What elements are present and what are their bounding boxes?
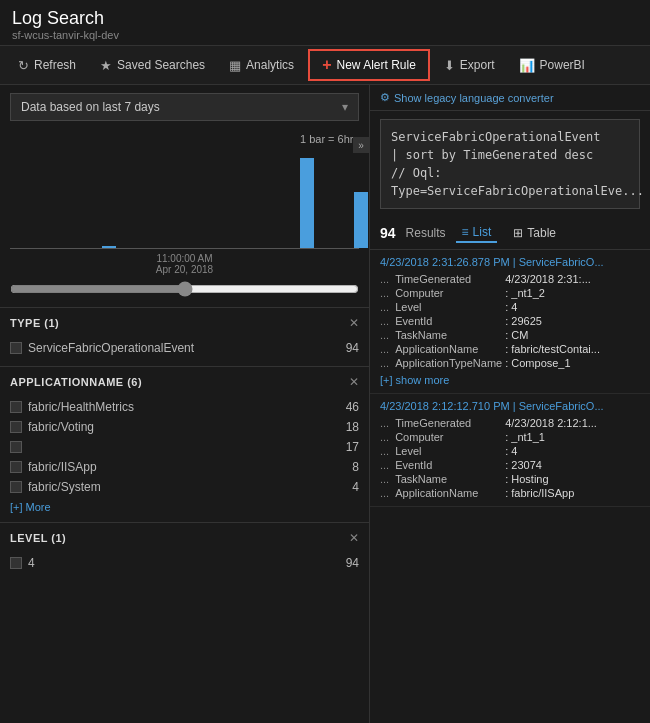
result-field: ... Level : 4 [380,300,640,314]
date-selector[interactable]: Data based on last 7 days ▾ [10,93,359,121]
show-more-link[interactable]: [+] show more [380,374,449,386]
result-field: ... Computer : _nt1_2 [380,286,640,300]
plus-icon: + [322,56,331,74]
powerbi-button[interactable]: 📊 PowerBI [509,52,595,79]
app-title: Log Search [12,8,638,29]
chart-container [10,149,359,249]
field-expander[interactable]: ... [380,343,389,355]
field-value: 4/23/2018 2:12:1... [505,417,597,429]
type-filter-section: TYPE (1) ✕ ServiceFabricOperationalEvent… [0,307,369,366]
appname-filter-section: APPLICATIONNAME (6) ✕ fabric/HealthMetri… [0,366,369,522]
level-filter-count: 94 [346,556,359,570]
field-value: 4/23/2018 2:31:... [505,273,591,285]
list-item: fabric/IISApp 8 [10,457,359,477]
export-button[interactable]: ⬇ Export [434,52,505,79]
chart-bar [102,246,116,248]
appname-checkbox[interactable] [10,461,22,473]
chart-date-label: 11:00:00 AM Apr 20, 2018 [10,253,359,275]
field-name: EventId [395,459,505,471]
field-name: TaskName [395,473,505,485]
field-expander[interactable]: ... [380,431,389,443]
analytics-button[interactable]: ▦ Analytics [219,52,304,79]
chart-legend: 1 bar = 6hrs [10,133,359,145]
field-expander[interactable]: ... [380,273,389,285]
result-header[interactable]: 4/23/2018 2:31:26.878 PM | ServiceFabric… [380,256,640,268]
result-field: ... TimeGenerated 4/23/2018 2:12:1... [380,416,640,430]
appname-checkbox[interactable] [10,421,22,433]
saved-searches-button[interactable]: ★ Saved Searches [90,52,215,79]
result-field: ... ApplicationTypeName : Compose_1 [380,356,640,370]
result-field: ... TaskName : Hosting [380,472,640,486]
chart-slider[interactable] [10,281,359,297]
field-name: Level [395,301,505,313]
field-expander[interactable]: ... [380,459,389,471]
field-value: : Hosting [505,473,548,485]
type-filter-checkbox[interactable] [10,342,22,354]
date-selector-label: Data based on last 7 days [21,100,160,114]
analytics-label: Analytics [246,58,294,72]
appname-checkbox[interactable] [10,441,22,453]
view-table-button[interactable]: ⊞ Table [507,224,562,242]
list-icon: ≡ [462,225,469,239]
appname-value: fabric/System [28,480,101,494]
type-filter-header: TYPE (1) ✕ [10,316,359,330]
field-expander[interactable]: ... [380,473,389,485]
table-icon: ⊞ [513,226,523,240]
level-filter-close[interactable]: ✕ [349,531,359,545]
list-item: ServiceFabricOperationalEvent 94 [10,338,359,358]
list-item: fabric/System 4 [10,477,359,497]
appname-filter-title: APPLICATIONNAME (6) [10,376,142,388]
field-value: : Compose_1 [505,357,570,369]
result-header[interactable]: 4/23/2018 2:12:12.710 PM | ServiceFabric… [380,400,640,412]
appname-count: 17 [346,440,359,454]
field-name: Computer [395,287,505,299]
refresh-icon: ↻ [18,58,29,73]
legacy-bar: ⚙ Show legacy language converter [370,85,650,111]
appname-checkbox[interactable] [10,481,22,493]
right-panel: ⚙ Show legacy language converter Service… [370,85,650,723]
type-filter-count: 94 [346,341,359,355]
field-value: : 23074 [505,459,542,471]
field-expander[interactable]: ... [380,487,389,499]
main-toolbar: ↻ Refresh ★ Saved Searches ▦ Analytics +… [0,45,650,85]
result-field: ... EventId : 23074 [380,458,640,472]
export-icon: ⬇ [444,58,455,73]
result-field: ... EventId : 29625 [380,314,640,328]
refresh-label: Refresh [34,58,76,72]
table-row: 4/23/2018 2:31:26.878 PM | ServiceFabric… [370,250,650,394]
new-alert-label: New Alert Rule [336,58,415,72]
field-expander[interactable]: ... [380,287,389,299]
type-filter-title: TYPE (1) [10,317,59,329]
field-expander[interactable]: ... [380,417,389,429]
appname-value: fabric/HealthMetrics [28,400,134,414]
field-value: : 4 [505,301,517,313]
field-expander[interactable]: ... [380,357,389,369]
field-name: Computer [395,431,505,443]
appname-filter-close[interactable]: ✕ [349,375,359,389]
chevron-down-icon: ▾ [342,100,348,114]
results-label: Results [406,226,446,240]
field-expander[interactable]: ... [380,301,389,313]
field-expander[interactable]: ... [380,329,389,341]
appname-count: 8 [352,460,359,474]
level-filter-value: 4 [28,556,35,570]
query-box: ServiceFabricOperationalEvent| sort by T… [380,119,640,209]
appname-count: 46 [346,400,359,414]
field-value: : _nt1_1 [505,431,545,443]
field-expander[interactable]: ... [380,445,389,457]
appname-filter-more[interactable]: [+] More [10,501,51,513]
new-alert-button[interactable]: + New Alert Rule [308,49,430,81]
field-expander[interactable]: ... [380,315,389,327]
appname-checkbox[interactable] [10,401,22,413]
legacy-label[interactable]: Show legacy language converter [394,92,554,104]
view-list-button[interactable]: ≡ List [456,223,498,243]
type-filter-close[interactable]: ✕ [349,316,359,330]
refresh-button[interactable]: ↻ Refresh [8,52,86,79]
level-filter-section: LEVEL (1) ✕ 4 94 [0,522,369,581]
result-field: ... ApplicationName : fabric/testContai.… [380,342,640,356]
collapse-arrow[interactable]: » [353,137,369,153]
star-icon: ★ [100,58,112,73]
level-filter-checkbox[interactable] [10,557,22,569]
field-name: EventId [395,315,505,327]
field-value: : CM [505,329,528,341]
